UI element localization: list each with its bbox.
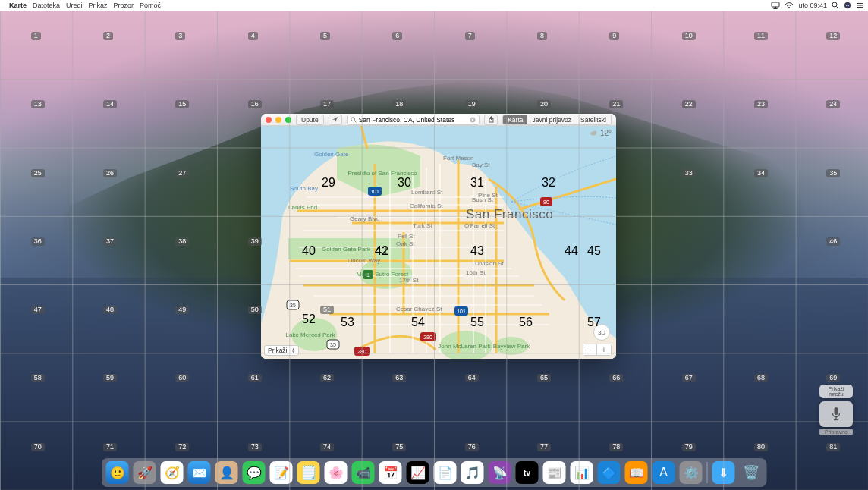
- dock-stocks[interactable]: 📈: [407, 461, 429, 484]
- current-location-button[interactable]: [329, 115, 342, 125]
- svg-text:California St: California St: [410, 203, 443, 209]
- menubar-clock[interactable]: uto 09:41: [798, 2, 827, 9]
- svg-text:Lake Merced Park: Lake Merced Park: [286, 331, 336, 338]
- map-show-dropdown[interactable]: Prikaži ▴▾: [264, 345, 299, 356]
- dock-separator: [707, 462, 708, 483]
- map-mode-standard[interactable]: Karta: [503, 115, 527, 124]
- dock-mail[interactable]: ✉️: [188, 461, 211, 484]
- dock-safari[interactable]: 🧭: [161, 461, 184, 484]
- menubar-item-prikaz[interactable]: Prikaz: [89, 2, 108, 9]
- svg-point-2: [788, 7, 790, 8]
- dock-notes[interactable]: 🗒️: [297, 461, 320, 484]
- cloud-icon: [590, 129, 598, 137]
- svg-text:Geary Blvd: Geary Blvd: [350, 215, 380, 222]
- dock-appstore[interactable]: A: [653, 461, 675, 484]
- zoom-button[interactable]: [285, 117, 291, 123]
- map-mode-satellite[interactable]: Satelitski: [576, 115, 611, 124]
- dock-messages[interactable]: 💬: [243, 461, 266, 484]
- airplay-icon[interactable]: [771, 2, 780, 9]
- share-button[interactable]: [484, 115, 498, 125]
- map-canvas[interactable]: 1 101 101 80 280 280 35 35 San Francisco…: [261, 126, 616, 359]
- grid-cell-45: 45: [587, 244, 601, 258]
- dock-pages[interactable]: 📄: [434, 461, 457, 484]
- dock-settings[interactable]: ⚙️: [680, 461, 703, 484]
- dock-downloads[interactable]: ⬇︎: [712, 461, 735, 484]
- map-zoom-control: − +: [583, 344, 612, 356]
- dock-facetime[interactable]: 📹: [352, 461, 375, 484]
- search-input[interactable]: [359, 116, 467, 124]
- svg-text:16th St: 16th St: [466, 269, 486, 276]
- svg-text:Lincoln Way: Lincoln Way: [348, 257, 380, 264]
- svg-text:Fell St: Fell St: [398, 233, 415, 240]
- svg-text:Fort Mason: Fort Mason: [443, 155, 473, 162]
- svg-text:Golden Gate Park: Golden Gate Park: [322, 246, 371, 253]
- dock-trash[interactable]: 🗑️: [740, 461, 763, 484]
- svg-line-11: [354, 121, 357, 123]
- svg-point-10: [351, 117, 354, 121]
- dock-news[interactable]: 📰: [543, 461, 566, 484]
- menubar-item-uredi[interactable]: Uredi: [66, 2, 83, 9]
- dock-podcasts[interactable]: 📡: [489, 461, 511, 484]
- menubar-app-name[interactable]: Karte: [9, 2, 27, 9]
- svg-text:San Francisco: San Francisco: [466, 207, 553, 221]
- menubar-item-datoteka[interactable]: Datoteka: [33, 2, 60, 9]
- maps-window: Upute Karta Javni prijevoz Satelitski: [261, 114, 616, 359]
- svg-text:Turk St: Turk St: [413, 222, 432, 229]
- minimize-button[interactable]: [275, 117, 281, 123]
- dock-calendar[interactable]: 📅: [379, 461, 402, 484]
- voice-control-status: Pripravno: [819, 429, 853, 435]
- search-icon: [351, 117, 357, 123]
- zoom-in-button[interactable]: +: [597, 344, 611, 355]
- svg-text:South Bay: South Bay: [290, 185, 318, 192]
- zoom-out-button[interactable]: −: [583, 344, 597, 355]
- clear-search-icon[interactable]: [470, 117, 476, 123]
- dock-photos[interactable]: 🌸: [325, 461, 348, 484]
- svg-text:Bayview Park: Bayview Park: [493, 343, 530, 350]
- dock-tv[interactable]: tv: [516, 461, 539, 484]
- grid-cell-32: 32: [542, 176, 555, 190]
- voice-control-widget: Prikaži mrežu Pripravno: [819, 385, 853, 435]
- dock-keynote[interactable]: 🔷: [598, 461, 621, 484]
- close-button[interactable]: [266, 117, 272, 123]
- dock-contacts[interactable]: 👤: [215, 461, 238, 484]
- wifi-icon[interactable]: [785, 2, 794, 9]
- menubar: Karte DatotekaUrediPrikazProzorPomoć uto…: [0, 0, 868, 11]
- dock-numbers[interactable]: 📊: [571, 461, 593, 484]
- grid-cell-40: 40: [302, 244, 316, 258]
- svg-text:O'Farrell St: O'Farrell St: [464, 222, 495, 229]
- dock-finder[interactable]: 🙂: [106, 461, 129, 484]
- svg-text:Golden Gate: Golden Gate: [314, 151, 349, 158]
- dock-books[interactable]: 📖: [625, 461, 648, 484]
- dock-launchpad[interactable]: 🚀: [134, 461, 156, 484]
- menubar-item-pomoć[interactable]: Pomoć: [140, 2, 161, 9]
- search-field[interactable]: [347, 115, 480, 125]
- spotlight-icon[interactable]: [832, 2, 839, 9]
- svg-text:35: 35: [290, 303, 296, 308]
- maps-titlebar: Upute Karta Javni prijevoz Satelitski: [261, 114, 616, 126]
- voice-control-mic-button[interactable]: [819, 401, 853, 427]
- svg-marker-9: [332, 117, 338, 122]
- dock-reminders[interactable]: 📝: [270, 461, 293, 484]
- microphone-icon: [831, 407, 841, 422]
- grid-cell-42: 42: [375, 244, 388, 258]
- map-weather: 12°: [590, 129, 612, 137]
- svg-rect-85: [835, 407, 838, 415]
- svg-text:Lombard St: Lombard St: [411, 189, 443, 196]
- svg-text:Pine St: Pine St: [478, 192, 498, 199]
- menubar-item-prozor[interactable]: Prozor: [114, 2, 134, 9]
- siri-icon[interactable]: [844, 2, 851, 9]
- svg-text:Cesar Chavez St: Cesar Chavez St: [396, 306, 442, 313]
- svg-rect-8: [857, 7, 863, 8]
- directions-button[interactable]: Upute: [296, 115, 324, 125]
- map-mode-transit[interactable]: Javni prijevoz: [527, 115, 576, 124]
- svg-text:280: 280: [357, 349, 366, 354]
- map-mode-segmented: Karta Javni prijevoz Satelitski: [502, 115, 612, 125]
- grid-cell-56: 56: [519, 316, 533, 329]
- svg-point-3: [832, 2, 837, 7]
- notification-center-icon[interactable]: [856, 2, 863, 9]
- grid-cell-54: 54: [411, 316, 425, 329]
- grid-cell-29: 29: [322, 176, 335, 190]
- dock-music[interactable]: 🎵: [461, 461, 484, 484]
- window-traffic-lights: [266, 117, 291, 123]
- dock: 🙂🚀🧭✉️👤💬📝🗒️🌸📹📅📈📄🎵📡tv📰📊🔷📖A⚙️⬇︎🗑️: [102, 458, 767, 487]
